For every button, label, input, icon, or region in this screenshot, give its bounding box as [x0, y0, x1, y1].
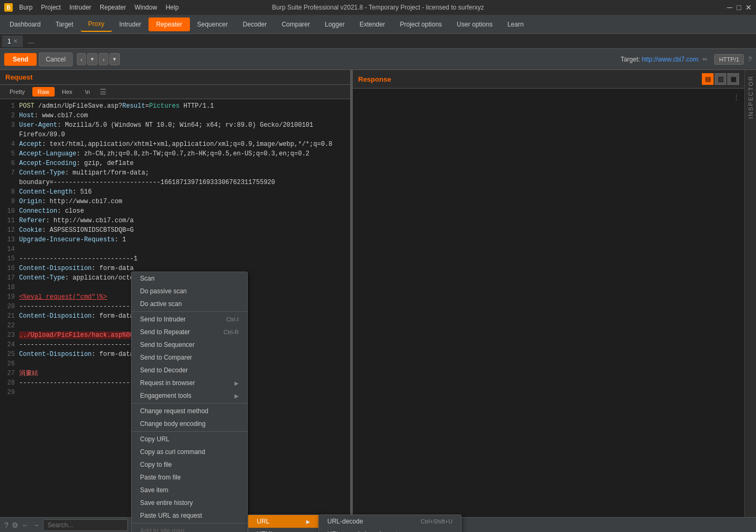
tab-target[interactable]: Target — [48, 18, 81, 31]
response-title: Response — [358, 75, 391, 83]
tab-intruder[interactable]: Intruder — [112, 18, 149, 31]
ctx-send-intruder[interactable]: Send to Intruder Ctrl-I — [132, 313, 247, 326]
tab-repeater[interactable]: Repeater — [149, 18, 189, 31]
title-bar-controls[interactable]: ─ □ ✕ — [727, 3, 752, 12]
ctx-change-method[interactable]: Change request method — [132, 405, 247, 417]
maximize-button[interactable]: □ — [737, 3, 741, 12]
title-bar-menus[interactable]: Burp Project Intruder Repeater Window He… — [19, 4, 179, 11]
ctx-save-item[interactable]: Save item — [132, 484, 247, 496]
help-circle-icon[interactable]: ? — [4, 521, 8, 529]
tab-user-options[interactable]: User options — [449, 18, 500, 31]
tab-proxy[interactable]: Proxy — [81, 17, 112, 32]
cancel-button[interactable]: Cancel — [39, 53, 72, 66]
nav-forward-icon[interactable]: → — [32, 521, 40, 529]
request-tab-hex[interactable]: Hex — [57, 87, 78, 97]
code-line-7b: boundary=----------------------------166… — [0, 178, 350, 187]
ctx-send-sequencer[interactable]: Send to Sequencer — [132, 338, 247, 351]
ctx-engagement-tools[interactable]: Engagement tools ▶ — [132, 389, 247, 402]
help-icon[interactable]: ? — [748, 56, 752, 63]
code-line-4: 4 Accept: text/html,application/xhtml+xm… — [0, 139, 350, 149]
ctx-paste-file[interactable]: Paste from file — [132, 471, 247, 484]
repeater-tab-more[interactable]: … — [23, 36, 40, 47]
submenu-url[interactable]: URL ▶ — [248, 515, 319, 528]
url-encode-submenu: URL-decode Ctrl+Shift+U URL-encode key c… — [318, 514, 462, 532]
target-label: Target: http://www.cbi7.com — [621, 56, 699, 63]
nav-back-icon[interactable]: ← — [22, 521, 29, 529]
tab-learn[interactable]: Learn — [500, 18, 531, 31]
ctx-sep-2 — [132, 403, 247, 404]
menu-help[interactable]: Help — [166, 4, 179, 11]
url-encode-key[interactable]: URL-encode key characters Ctrl-U — [319, 528, 461, 532]
tab-sequencer[interactable]: Sequencer — [190, 18, 236, 31]
menu-window[interactable]: Window — [134, 4, 157, 11]
ctx-copy-curl[interactable]: Copy as curl command — [132, 446, 247, 458]
view-vertical-icon[interactable]: ▦ — [727, 73, 739, 85]
ctx-request-browser[interactable]: Request in browser ▶ — [132, 377, 247, 389]
tab-1-close[interactable]: ✕ — [13, 38, 18, 44]
code-line-3b: Firefox/89.0 — [0, 130, 350, 139]
code-line-10: 10 Connection: close — [0, 206, 350, 216]
context-menu: Scan Do passive scan Do active scan Send… — [131, 272, 248, 532]
response-code-area: ⋮ — [353, 89, 744, 532]
ctx-do-passive-scan[interactable]: Do passive scan — [132, 285, 247, 298]
close-button[interactable]: ✕ — [745, 3, 752, 12]
ctx-send-comparer[interactable]: Send to Comparer — [132, 351, 247, 364]
ctx-do-active-scan[interactable]: Do active scan — [132, 298, 247, 310]
menu-intruder[interactable]: Intruder — [69, 4, 91, 11]
code-line-2: 2 Host: www.cbi7.com — [0, 111, 350, 120]
ctx-paste-url[interactable]: Paste URL as request — [132, 509, 247, 522]
code-line-15: 15 ------------------------------1 — [0, 254, 350, 264]
nav-next-dropdown[interactable]: ▾ — [109, 53, 120, 65]
menu-burp[interactable]: Burp — [19, 4, 32, 11]
tab-logger[interactable]: Logger — [317, 18, 352, 31]
ctx-copy-url[interactable]: Copy URL — [132, 433, 247, 446]
edit-target-icon[interactable]: ✏ — [702, 56, 708, 63]
request-tab-newline[interactable]: \n — [80, 87, 95, 97]
code-line-5: 5 Accept-Language: zh-CN,zh;q=0.8,zh-TW;… — [0, 149, 350, 159]
code-line-8: 8 Content-Length: 516 — [0, 187, 350, 197]
toolbar: Send Cancel ‹ ▾ › ▾ Target: http://www.c… — [0, 49, 756, 70]
menu-project[interactable]: Project — [41, 4, 60, 11]
ctx-change-encoding[interactable]: Change body encoding — [132, 417, 247, 430]
http-version-badge[interactable]: HTTP/1 — [714, 54, 744, 65]
tab-more-label: … — [28, 38, 34, 45]
ctx-send-repeater[interactable]: Send to Repeater Ctrl-R — [132, 326, 247, 338]
submenu-html[interactable]: HTML ▶ — [248, 528, 319, 532]
ctx-sep-1 — [132, 311, 247, 312]
nav-next-button[interactable]: › — [99, 53, 108, 65]
tab-project-options[interactable]: Project options — [393, 18, 449, 31]
ctx-add-sitemap: Add to site map — [132, 525, 247, 532]
search-input[interactable] — [43, 519, 128, 531]
ctx-send-decoder[interactable]: Send to Decoder — [132, 364, 247, 377]
repeater-tab-1[interactable]: 1 ✕ — [2, 36, 23, 47]
tab-comparer[interactable]: Comparer — [274, 18, 317, 31]
view-horizontal-icon[interactable]: ▥ — [715, 73, 726, 85]
settings-gear-icon[interactable]: ⚙ — [12, 521, 19, 529]
inspector-label: INSPECTOR — [748, 75, 754, 119]
nav-prev-dropdown[interactable]: ▾ — [87, 53, 98, 65]
code-line-1: 1 POST /admin/UpFileSave.asp?Result=Pict… — [0, 101, 350, 111]
target-url: http://www.cbi7.com — [642, 56, 699, 63]
menu-bar: Dashboard Target Proxy Intruder Repeater… — [0, 15, 756, 34]
code-line-12: 12 Cookie: ASPSESSIONIDSCBTSDQB=G — [0, 225, 350, 235]
response-options-icon[interactable]: ⋮ — [733, 93, 740, 528]
code-line-11: 11 Referer: http://www.cbi7.com/a — [0, 216, 350, 225]
tab-1-label: 1 — [7, 38, 11, 45]
ctx-copy-file[interactable]: Copy to file — [132, 458, 247, 471]
tab-dashboard[interactable]: Dashboard — [2, 18, 48, 31]
tab-decoder[interactable]: Decoder — [236, 18, 274, 31]
ctx-scan[interactable]: Scan — [132, 272, 247, 285]
request-tab-raw[interactable]: Raw — [32, 87, 55, 97]
ctx-save-history[interactable]: Save entire history — [132, 496, 247, 509]
nav-prev-button[interactable]: ‹ — [77, 53, 86, 65]
url-decode[interactable]: URL-decode Ctrl+Shift+U — [319, 515, 461, 528]
code-line-6: 6 Accept-Encoding: gzip, deflate — [0, 159, 350, 168]
request-menu-icon[interactable]: ☰ — [100, 88, 107, 96]
tab-extender[interactable]: Extender — [352, 18, 393, 31]
request-tab-pretty[interactable]: Pretty — [4, 87, 30, 97]
send-button[interactable]: Send — [4, 53, 37, 66]
menu-repeater[interactable]: Repeater — [100, 4, 126, 11]
view-toggle-icons: ▤ ▥ ▦ — [702, 73, 739, 85]
minimize-button[interactable]: ─ — [727, 3, 733, 12]
view-split-icon[interactable]: ▤ — [702, 73, 714, 85]
